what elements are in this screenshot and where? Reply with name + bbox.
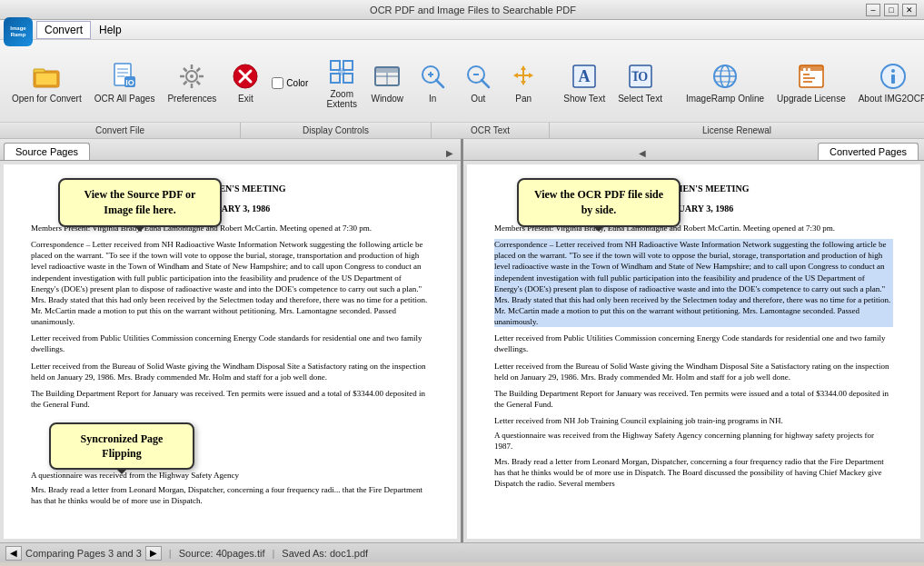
upgrade-license-button[interactable]: Upgrade License: [770, 57, 852, 108]
exit-button[interactable]: Exit: [223, 57, 268, 108]
source-callout: View the Source PDF or Image file here.: [58, 178, 222, 227]
exit-label: Exit: [238, 94, 253, 104]
toolbar-group-convert: Open for Convert IO OCR All Pages: [2, 57, 312, 108]
upgrade-license-label: Upgrade License: [777, 94, 846, 104]
select-text-button[interactable]: IO Select Text: [611, 57, 669, 108]
source-tab-arrow[interactable]: ▶: [442, 146, 457, 160]
about-icon: [879, 62, 908, 91]
imageramp-online-button[interactable]: ImageRamp Online: [680, 57, 770, 108]
menu-help[interactable]: Help: [91, 21, 130, 39]
converted-para-3: Letter received from the Bureau of Solid…: [494, 361, 893, 382]
page-info-text: Comparing Pages 3 and 3: [25, 548, 142, 559]
about-img2ocr-button[interactable]: About IMG2OCR: [852, 57, 924, 108]
zoom-in-icon: [418, 62, 447, 91]
open-folder-icon: [32, 62, 61, 91]
source-doc-pane: View the Source PDF or Image file here. …: [0, 161, 461, 542]
svg-rect-57: [891, 74, 895, 84]
ocr-callout: View the OCR PDF file side by side.: [517, 178, 681, 227]
next-page-button[interactable]: ▶: [145, 546, 162, 561]
open-for-convert-label: Open for Convert: [12, 94, 82, 104]
ocr-text-section-label: OCR Text: [432, 123, 550, 138]
color-checkbox-group: Color: [272, 77, 308, 89]
zoom-out-button[interactable]: Out: [455, 57, 501, 108]
preferences-label: Preferences: [167, 94, 216, 104]
converted-doc-text: Members Present: Virginia Brady, Edna La…: [494, 223, 893, 489]
converted-para-5: Letter received from NH Job Training Cou…: [494, 415, 893, 426]
toolbar-buttons-row: Open for Convert IO OCR All Pages: [0, 40, 924, 122]
saved-as-text: Saved As: doc1.pdf: [282, 548, 368, 559]
svg-line-37: [482, 80, 489, 87]
converted-para-1-highlighted: Correspondence – Letter received from NH…: [494, 239, 893, 327]
select-text-icon: IO: [626, 62, 655, 91]
window-title: OCR PDF and Image Files to Searchable PD…: [80, 5, 866, 15]
ocr-pages-icon: IO: [110, 62, 139, 91]
section-labels: Convert File Display Controls OCR Text L…: [0, 122, 924, 138]
toolbar-group-license: ImageRamp Online Upgrade License: [676, 57, 924, 108]
svg-point-10: [190, 74, 194, 78]
source-doc-inner: View the Source PDF or Image file here. …: [4, 164, 457, 539]
show-text-label: Show Text: [563, 94, 605, 104]
show-text-button[interactable]: A Show Text: [557, 57, 611, 108]
menu-bar: ImageRamp Convert Help: [0, 20, 924, 40]
open-for-convert-button[interactable]: Open for Convert: [5, 57, 88, 108]
converted-tab-arrow-left[interactable]: ◀: [635, 146, 650, 160]
pan-button[interactable]: Pan: [501, 57, 546, 108]
display-controls-section-label: Display Controls: [241, 123, 432, 138]
svg-rect-1: [34, 69, 45, 73]
minimize-button[interactable]: –: [866, 4, 880, 16]
maximize-button[interactable]: □: [884, 4, 899, 16]
select-text-label: Select Text: [618, 94, 662, 104]
preferences-button[interactable]: Preferences: [161, 57, 223, 108]
converted-pane-container: ◀ Converted Pages View the OCR PDF file …: [463, 139, 924, 542]
converted-doc-inner: View the OCR PDF file side by side. SELE…: [467, 164, 920, 539]
source-para-5: A questionnaire was received from the Hi…: [31, 470, 430, 481]
svg-line-18: [184, 82, 187, 85]
svg-rect-23: [343, 61, 353, 70]
zoom-out-label: Out: [471, 94, 485, 104]
close-button[interactable]: ✕: [902, 4, 917, 16]
zoom-out-icon: [463, 62, 492, 91]
zoom-in-button[interactable]: In: [410, 57, 455, 108]
window-controls: – □ ✕: [866, 4, 917, 16]
converted-doc-pane: View the OCR PDF file side by side. SELE…: [463, 161, 924, 542]
source-para-2: Letter received from Public Utilities Co…: [31, 333, 430, 354]
svg-rect-25: [343, 74, 353, 83]
source-sync-callout: Syncronized Page Flipping: [31, 415, 430, 470]
color-label: Color: [286, 78, 308, 88]
window-button[interactable]: Window: [364, 57, 410, 108]
prev-page-button[interactable]: ◀: [5, 546, 22, 561]
converted-pages-tab[interactable]: Converted Pages: [818, 143, 919, 160]
convert-file-section-label: Convert File: [0, 123, 241, 138]
source-doc-text: Members Present: Virginia Brady, Edna La…: [31, 223, 430, 507]
svg-point-56: [891, 69, 895, 73]
source-para-4: The Building Department Report for Janua…: [31, 388, 430, 410]
svg-point-26: [338, 68, 345, 75]
ocr-all-pages-label: OCR All Pages: [94, 94, 155, 104]
window-icon: [373, 62, 402, 91]
zoom-extents-button[interactable]: ZoomExtents: [319, 53, 364, 114]
menu-convert[interactable]: Convert: [36, 21, 91, 39]
title-bar: OCR PDF and Image Files to Searchable PD…: [0, 0, 924, 20]
svg-rect-22: [331, 61, 340, 70]
converted-para-2: Letter received from Public Utilities Co…: [494, 333, 893, 354]
source-file-text: Source: 40pages.tif: [179, 548, 265, 559]
svg-rect-50: [803, 68, 806, 71]
converted-para-7: Mrs. Brady read a letter from Leonard Mo…: [494, 456, 893, 489]
source-pane-container: Source Pages ▶ View the Source PDF or Im…: [0, 139, 461, 542]
zoom-extents-label: ZoomExtents: [327, 89, 357, 109]
source-pages-tab[interactable]: Source Pages: [4, 143, 90, 160]
pan-label: Pan: [515, 94, 532, 104]
source-para-1: Correspondence – Letter received from NH…: [31, 239, 430, 327]
svg-line-16: [197, 82, 201, 85]
source-para-6: Mrs. Brady read a letter from Leonard Mo…: [31, 484, 430, 506]
main-area: Source Pages ▶ View the Source PDF or Im…: [0, 139, 924, 542]
zoom-extents-icon: [327, 57, 356, 86]
color-checkbox[interactable]: [272, 77, 283, 89]
status-separator-1: |: [169, 548, 172, 559]
toolbar: Open for Convert IO OCR All Pages: [0, 40, 924, 139]
toolbar-group-ocr: A Show Text IO Select Text: [553, 57, 672, 108]
upgrade-license-icon: [797, 62, 826, 91]
svg-line-17: [197, 68, 201, 72]
exit-icon: [231, 62, 260, 91]
ocr-all-pages-button[interactable]: IO OCR All Pages: [88, 57, 162, 108]
